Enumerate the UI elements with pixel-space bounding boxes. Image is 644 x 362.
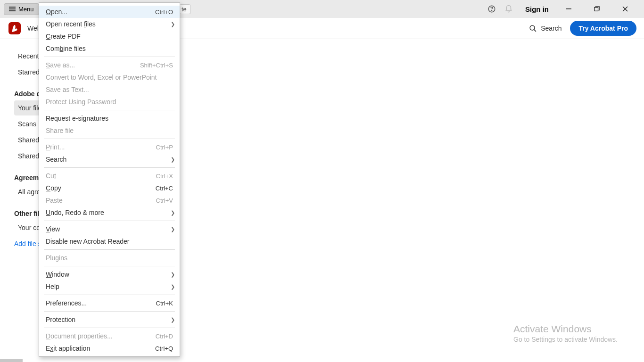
menu-item-label: Plugins bbox=[46, 254, 67, 262]
menu-item-shortcut: Ctrl+O bbox=[155, 8, 173, 16]
chevron-right-icon: ❯ bbox=[171, 317, 175, 323]
menu-item-save-as-text: Save as Text... bbox=[39, 83, 180, 96]
watermark-subtitle: Go to Settings to activate Windows. bbox=[513, 336, 618, 343]
menu-item-label: Request e-signatures bbox=[46, 115, 108, 122]
menu-item-document-properties: Document properties...Ctrl+D bbox=[39, 330, 180, 342]
chevron-right-icon: ❯ bbox=[171, 226, 175, 232]
menu-item-exit-application[interactable]: Exit applicationCtrl+Q bbox=[39, 342, 180, 354]
menu-item-convert-to-word-excel-or-powerpoint: Convert to Word, Excel or PowerPoint bbox=[39, 71, 180, 83]
menu-item-shortcut: Ctrl+K bbox=[156, 300, 173, 307]
menu-item-undo-redo-more[interactable]: Undo, Redo & more❯ bbox=[39, 206, 180, 219]
bell-icon[interactable] bbox=[504, 5, 513, 13]
close-icon[interactable] bbox=[622, 6, 642, 12]
menu-item-shortcut: Ctrl+P bbox=[156, 144, 173, 151]
chevron-right-icon: ❯ bbox=[171, 156, 175, 163]
menu-item-label: Combine files bbox=[46, 45, 86, 52]
menu-button-label: Menu bbox=[18, 6, 34, 13]
watermark-title: Activate Windows bbox=[513, 323, 618, 335]
app-logo-icon bbox=[8, 22, 21, 34]
menu-item-label: Cut bbox=[46, 172, 56, 180]
taskbar-fragment bbox=[0, 359, 23, 362]
menu-item-view[interactable]: View❯ bbox=[39, 223, 180, 235]
menu-item-search[interactable]: Search❯ bbox=[39, 153, 180, 165]
menu-item-label: Open recent files bbox=[46, 20, 96, 28]
menu-separator bbox=[44, 249, 175, 250]
menu-separator bbox=[44, 311, 175, 312]
menu-item-label: Document properties... bbox=[46, 332, 113, 340]
main-menu-dropdown: Open...Ctrl+OOpen recent files❯Create PD… bbox=[39, 2, 180, 357]
help-icon[interactable] bbox=[487, 5, 496, 13]
menu-item-window[interactable]: Window❯ bbox=[39, 268, 180, 280]
menu-item-print: Print...Ctrl+P bbox=[39, 141, 180, 153]
chevron-right-icon: ❯ bbox=[171, 272, 175, 278]
menu-item-preferences[interactable]: Preferences...Ctrl+K bbox=[39, 297, 180, 309]
menu-item-label: Protection bbox=[46, 316, 75, 323]
sign-in-link[interactable]: Sign in bbox=[525, 5, 549, 13]
try-acrobat-pro-button[interactable]: Try Acrobat Pro bbox=[570, 21, 636, 36]
menu-item-copy[interactable]: CopyCtrl+C bbox=[39, 182, 180, 194]
menu-item-label: Open... bbox=[46, 8, 67, 16]
menu-separator bbox=[44, 295, 175, 295]
menu-item-label: Preferences... bbox=[46, 299, 87, 307]
menu-item-shortcut: Shift+Ctrl+S bbox=[140, 62, 173, 69]
menu-item-label: Window bbox=[46, 271, 69, 278]
menu-item-label: Protect Using Password bbox=[46, 98, 116, 106]
menu-item-request-e-signatures[interactable]: Request e-signatures bbox=[39, 112, 180, 124]
hamburger-icon bbox=[9, 6, 16, 12]
menu-item-label: Undo, Redo & more bbox=[46, 209, 104, 216]
menu-separator bbox=[44, 57, 175, 57]
menu-item-label: Create PDF bbox=[46, 33, 81, 40]
maximize-icon[interactable] bbox=[594, 6, 614, 12]
menu-item-shortcut: Ctrl+V bbox=[156, 197, 173, 204]
menu-item-share-file: Share file bbox=[39, 124, 180, 137]
menu-item-label: Paste bbox=[46, 197, 63, 204]
menu-item-label: Copy bbox=[46, 184, 61, 192]
menu-item-protection[interactable]: Protection❯ bbox=[39, 313, 180, 326]
menu-separator bbox=[44, 110, 175, 110]
menu-item-label: Print... bbox=[46, 143, 65, 151]
menu-item-label: Exit application bbox=[46, 345, 90, 352]
menu-item-paste: PasteCtrl+V bbox=[39, 194, 180, 206]
obscured-button[interactable]: te bbox=[179, 4, 191, 14]
menu-item-label: View bbox=[46, 225, 60, 233]
menu-separator bbox=[44, 139, 175, 139]
menu-item-open[interactable]: Open...Ctrl+O bbox=[39, 6, 180, 18]
menu-item-protect-using-password: Protect Using Password bbox=[39, 96, 180, 108]
chevron-right-icon: ❯ bbox=[171, 21, 175, 27]
svg-point-4 bbox=[530, 25, 535, 30]
menu-item-shortcut: Ctrl+C bbox=[156, 185, 173, 192]
menu-button[interactable]: Menu bbox=[4, 3, 39, 15]
window-controls: Sign in bbox=[487, 0, 642, 18]
menu-item-label: Search bbox=[46, 156, 66, 163]
menu-item-label: Save as... bbox=[46, 61, 75, 69]
menu-item-open-recent-files[interactable]: Open recent files❯ bbox=[39, 18, 180, 30]
menu-item-label: Help bbox=[46, 283, 59, 290]
menu-item-shortcut: Ctrl+D bbox=[156, 333, 173, 340]
svg-rect-3 bbox=[594, 8, 598, 11]
menu-separator bbox=[44, 266, 175, 266]
menu-separator bbox=[44, 167, 175, 168]
activate-windows-watermark: Activate Windows Go to Settings to activ… bbox=[513, 323, 618, 343]
chevron-right-icon: ❯ bbox=[171, 284, 175, 290]
menu-item-save-as: Save as...Shift+Ctrl+S bbox=[39, 59, 180, 71]
menu-item-help[interactable]: Help❯ bbox=[39, 280, 180, 293]
search-label: Search bbox=[541, 25, 561, 32]
search-icon bbox=[529, 25, 537, 33]
chevron-right-icon: ❯ bbox=[171, 210, 175, 216]
menu-item-shortcut: Ctrl+Q bbox=[155, 345, 173, 352]
menu-item-label: Convert to Word, Excel or PowerPoint bbox=[46, 74, 157, 81]
menu-separator bbox=[44, 221, 175, 221]
minimize-icon[interactable] bbox=[566, 6, 586, 12]
svg-point-1 bbox=[491, 10, 492, 11]
menu-item-create-pdf[interactable]: Create PDF bbox=[39, 30, 180, 42]
menu-item-plugins: Plugins bbox=[39, 252, 180, 264]
menu-item-cut: CutCtrl+X bbox=[39, 170, 180, 182]
svg-rect-2 bbox=[566, 8, 571, 9]
search-button[interactable]: Search bbox=[529, 25, 561, 33]
menu-item-label: Save as Text... bbox=[46, 86, 89, 93]
menu-item-shortcut: Ctrl+X bbox=[156, 173, 173, 180]
menu-item-label: Disable new Acrobat Reader bbox=[46, 238, 129, 245]
menu-item-combine-files[interactable]: Combine files bbox=[39, 42, 180, 55]
tab-title: Wel bbox=[27, 25, 39, 32]
menu-item-disable-new-acrobat-reader[interactable]: Disable new Acrobat Reader bbox=[39, 235, 180, 247]
